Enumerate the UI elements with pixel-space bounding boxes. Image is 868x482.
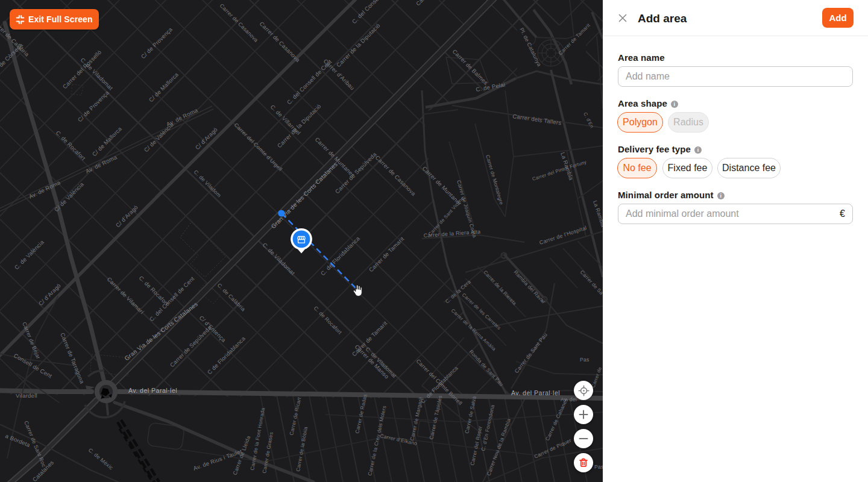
svg-text:Vilardell: Vilardell [16, 392, 37, 399]
svg-text:Av. del Paral·lel: Av. del Paral·lel [128, 387, 177, 394]
svg-text:Pas: Pas [594, 464, 603, 470]
svg-text:Pas: Pas [580, 357, 589, 363]
svg-text:Av. del: Av. del [561, 396, 577, 402]
svg-text:Av. del Paral·lel: Av. del Paral·lel [511, 389, 560, 396]
